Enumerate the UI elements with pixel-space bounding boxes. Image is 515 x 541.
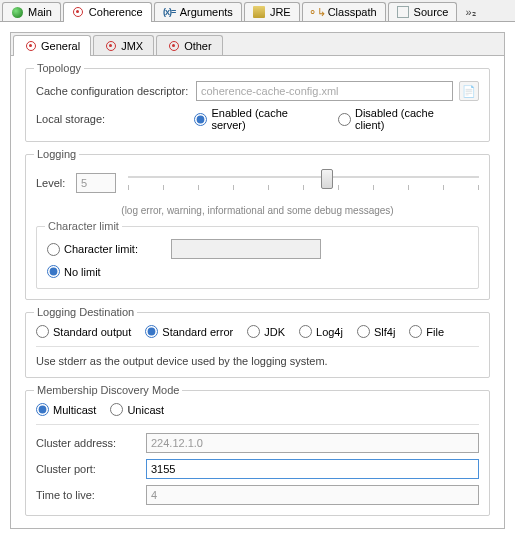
arguments-icon: (x)= <box>163 6 176 19</box>
char-limit-input <box>171 239 321 259</box>
radio-label: File <box>426 326 444 338</box>
logging-group: Logging Level: <box>25 154 490 300</box>
tab-jmx[interactable]: JMX <box>93 35 154 55</box>
dest-description: Use stderr as the output device used by … <box>36 355 328 367</box>
classpath-icon: ⚬↳ <box>311 6 324 19</box>
cluster-port-input[interactable] <box>146 459 479 479</box>
cluster-address-label: Cluster address: <box>36 437 146 449</box>
local-storage-disabled[interactable]: Disabled (cache client) <box>338 107 465 131</box>
tab-label: JMX <box>121 40 143 52</box>
ttl-label: Time to live: <box>36 489 146 501</box>
radio-input[interactable] <box>36 325 49 338</box>
tab-classpath[interactable]: ⚬↳ Classpath <box>302 2 386 21</box>
radio-label: Standard output <box>53 326 131 338</box>
dest-slf4j[interactable]: Slf4j <box>357 325 395 338</box>
radio-label: Disabled (cache client) <box>355 107 465 131</box>
tab-label: Classpath <box>328 6 377 18</box>
descriptor-input[interactable] <box>196 81 453 101</box>
local-storage-enabled[interactable]: Enabled (cache server) <box>194 107 323 131</box>
group-legend: Logging <box>34 148 79 160</box>
cluster-address-input[interactable] <box>146 433 479 453</box>
subgroup-legend: Character limit <box>45 220 122 232</box>
topology-group: Topology Cache configuration descriptor:… <box>25 68 490 142</box>
tab-arguments[interactable]: (x)= Arguments <box>154 2 242 21</box>
multicast-radio[interactable]: Multicast <box>36 403 96 416</box>
radio-label: Character limit: <box>64 243 138 255</box>
descriptor-label: Cache configuration descriptor: <box>36 85 196 97</box>
tab-label: Coherence <box>89 6 143 18</box>
character-limit-group: Character limit Character limit: No limi… <box>36 226 479 289</box>
more-tabs-button[interactable]: »₂ <box>459 4 481 21</box>
radio-input[interactable] <box>357 325 370 338</box>
group-legend: Topology <box>34 62 84 74</box>
dest-jdk[interactable]: JDK <box>247 325 285 338</box>
radio-label: Log4j <box>316 326 343 338</box>
browse-button[interactable]: 📄 <box>459 81 479 101</box>
radio-label: JDK <box>264 326 285 338</box>
tab-source[interactable]: Source <box>388 2 458 21</box>
radio-input[interactable] <box>145 325 158 338</box>
inner-tab-bar: General JMX Other <box>11 33 504 56</box>
radio-label: No limit <box>64 266 101 278</box>
tab-label: Source <box>414 6 449 18</box>
tab-label: General <box>41 40 80 52</box>
dest-stderr[interactable]: Standard error <box>145 325 233 338</box>
tab-coherence[interactable]: Coherence <box>63 2 152 22</box>
radio-label: Multicast <box>53 404 96 416</box>
coherence-icon <box>72 6 85 19</box>
more-label: »₂ <box>465 6 475 19</box>
tab-jre[interactable]: JRE <box>244 2 300 21</box>
tab-label: Arguments <box>180 6 233 18</box>
membership-group: Membership Discovery Mode Multicast Unic… <box>25 390 490 516</box>
no-limit-radio[interactable]: No limit <box>47 265 101 278</box>
level-description: (log error, warning, informational and s… <box>121 205 393 216</box>
radio-label: Slf4j <box>374 326 395 338</box>
tab-label: JRE <box>270 6 291 18</box>
char-limit-radio[interactable]: Character limit: <box>47 243 157 256</box>
dest-log4j[interactable]: Log4j <box>299 325 343 338</box>
group-legend: Membership Discovery Mode <box>34 384 182 396</box>
radio-input[interactable] <box>47 243 60 256</box>
tab-label: Main <box>28 6 52 18</box>
level-input[interactable] <box>76 173 116 193</box>
jmx-icon <box>104 39 117 52</box>
radio-input[interactable] <box>409 325 422 338</box>
file-icon: 📄 <box>462 85 476 98</box>
dest-stdout[interactable]: Standard output <box>36 325 131 338</box>
unicast-radio[interactable]: Unicast <box>110 403 164 416</box>
outer-tab-bar: Main Coherence (x)= Arguments JRE ⚬↳ Cla… <box>0 0 515 22</box>
radio-input[interactable] <box>36 403 49 416</box>
level-slider[interactable] <box>128 167 479 199</box>
jre-icon <box>253 6 266 19</box>
radio-input[interactable] <box>110 403 123 416</box>
ttl-input[interactable] <box>146 485 479 505</box>
other-icon <box>167 39 180 52</box>
source-icon <box>397 6 410 19</box>
tab-main[interactable]: Main <box>2 2 61 21</box>
dest-file[interactable]: File <box>409 325 444 338</box>
logging-destination-group: Logging Destination Standard output Stan… <box>25 312 490 378</box>
tab-general[interactable]: General <box>13 35 91 56</box>
inner-panel: General JMX Other Topology Cache configu… <box>10 32 505 529</box>
local-storage-label: Local storage: <box>36 113 194 125</box>
radio-label: Standard error <box>162 326 233 338</box>
tab-label: Other <box>184 40 212 52</box>
radio-input[interactable] <box>194 113 207 126</box>
play-icon <box>11 6 24 19</box>
radio-input[interactable] <box>47 265 60 278</box>
group-legend: Logging Destination <box>34 306 137 318</box>
general-icon <box>24 39 37 52</box>
radio-label: Unicast <box>127 404 164 416</box>
radio-input[interactable] <box>299 325 312 338</box>
cluster-port-label: Cluster port: <box>36 463 146 475</box>
level-label: Level: <box>36 177 76 189</box>
radio-input[interactable] <box>247 325 260 338</box>
radio-input[interactable] <box>338 113 351 126</box>
tab-other[interactable]: Other <box>156 35 223 55</box>
radio-label: Enabled (cache server) <box>211 107 323 131</box>
